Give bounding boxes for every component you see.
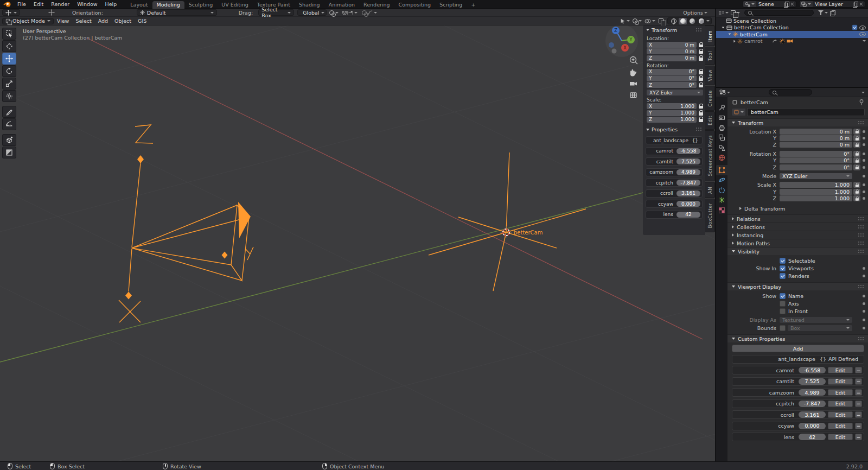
workspace-add-button[interactable]: + bbox=[467, 1, 480, 9]
scale-z-field[interactable]: 1.000 bbox=[780, 195, 852, 201]
collections-panel-header[interactable]: Collections bbox=[727, 223, 868, 231]
panel-grip-icon[interactable] bbox=[858, 242, 864, 245]
workspace-tab-layout[interactable]: Layout bbox=[126, 1, 152, 9]
gizmos-dropdown[interactable] bbox=[633, 18, 642, 23]
zoom-view-button[interactable] bbox=[630, 57, 638, 65]
move-tool[interactable] bbox=[2, 53, 16, 65]
rotation-y-field[interactable]: 0° bbox=[780, 157, 852, 163]
xray-toggle[interactable] bbox=[659, 18, 663, 23]
snap-target-dropdown[interactable] bbox=[347, 10, 358, 15]
pan-view-button[interactable] bbox=[630, 69, 636, 77]
camrot-value-field[interactable]: -6.558 bbox=[676, 148, 700, 154]
camrot-value-field[interactable]: -6.558 bbox=[799, 367, 826, 373]
unlink-scene-icon[interactable] bbox=[790, 2, 794, 6]
panel-grip-icon[interactable] bbox=[858, 285, 864, 289]
lens-value-field[interactable]: 42 bbox=[676, 212, 700, 218]
lock-icon[interactable] bbox=[853, 164, 860, 170]
lock-icon[interactable] bbox=[698, 104, 703, 109]
tab-scene[interactable] bbox=[716, 143, 727, 153]
camera-view-button[interactable] bbox=[630, 82, 637, 86]
outliner-search-input[interactable] bbox=[744, 10, 814, 16]
show-object-types-dropdown[interactable] bbox=[620, 18, 630, 24]
animate-dot[interactable] bbox=[863, 166, 865, 169]
add-property-button[interactable]: Add bbox=[732, 345, 864, 352]
workspace-tab-scripting[interactable]: Scripting bbox=[435, 1, 467, 9]
tab-object[interactable] bbox=[716, 165, 727, 175]
remove-property-button[interactable]: − bbox=[855, 401, 862, 407]
snap-magnet-icon[interactable] bbox=[342, 10, 347, 15]
lock-icon[interactable] bbox=[853, 157, 860, 163]
show-in-renders-checkbox[interactable] bbox=[780, 273, 786, 279]
options-dropdown[interactable]: Options bbox=[683, 10, 707, 16]
workspace-tab-modeling[interactable]: Modeling bbox=[152, 1, 184, 9]
lock-icon[interactable] bbox=[698, 42, 703, 48]
object-id-icon-dropdown[interactable] bbox=[731, 108, 746, 116]
collapse-icon[interactable] bbox=[733, 40, 735, 42]
selectable-checkbox[interactable] bbox=[780, 258, 786, 264]
location-z-field[interactable]: 0 m bbox=[780, 142, 852, 148]
tab-texture[interactable] bbox=[716, 205, 727, 215]
location-x-field[interactable]: X0 m bbox=[647, 42, 697, 48]
lock-icon[interactable] bbox=[853, 189, 860, 195]
tab-view-layer[interactable] bbox=[716, 133, 727, 143]
tab-world[interactable] bbox=[716, 153, 727, 163]
lock-icon[interactable] bbox=[698, 69, 703, 74]
expand-icon[interactable] bbox=[722, 27, 725, 28]
lock-icon[interactable] bbox=[853, 129, 860, 135]
scale-y-field[interactable]: Y1.000 bbox=[647, 110, 697, 116]
location-y-field[interactable]: Y0 m bbox=[647, 48, 697, 54]
ccyaw-value-field[interactable]: 0.000 bbox=[799, 423, 826, 429]
animate-dot[interactable] bbox=[863, 302, 865, 305]
shading-rendered-button[interactable] bbox=[697, 18, 705, 24]
lock-icon[interactable] bbox=[698, 49, 703, 54]
viewport-display-panel-header[interactable]: Viewport Display bbox=[727, 282, 868, 290]
expand-icon[interactable] bbox=[729, 34, 731, 35]
object-name-field[interactable]: betterCam bbox=[747, 108, 865, 116]
viewport-canvas[interactable]: betterCam Z Y X bbox=[0, 26, 715, 461]
animate-dot[interactable] bbox=[863, 183, 865, 186]
animate-dot[interactable] bbox=[863, 267, 865, 270]
select-box-tool[interactable] bbox=[2, 28, 16, 40]
panel-grip-icon[interactable] bbox=[696, 128, 702, 131]
delta-transform-panel[interactable]: Delta Transform bbox=[744, 206, 786, 212]
rotation-mode-dropdown[interactable]: XYZ Euler bbox=[780, 173, 852, 179]
location-x-field[interactable]: 0 m bbox=[780, 129, 852, 135]
location-y-field[interactable]: 0 m bbox=[780, 135, 852, 141]
menu-window[interactable]: Window bbox=[73, 1, 101, 7]
ccroll-value-field[interactable]: 3.161 bbox=[799, 411, 826, 418]
outliner-filter-dropdown[interactable] bbox=[818, 10, 828, 15]
tab-render[interactable] bbox=[716, 113, 727, 123]
n-tab-tool[interactable]: Tool bbox=[705, 47, 715, 65]
shading-solid-button[interactable] bbox=[679, 18, 687, 24]
nav-gizmo[interactable]: Z Y X bbox=[605, 26, 638, 57]
rotation-x-field[interactable]: 0° bbox=[780, 151, 852, 157]
scale-tool[interactable] bbox=[2, 78, 16, 90]
n-tab-boxcutter[interactable]: BoxCutter bbox=[705, 199, 715, 232]
collection-checkbox[interactable] bbox=[852, 25, 857, 30]
lock-icon[interactable] bbox=[698, 117, 703, 122]
view-layer-icon[interactable] bbox=[800, 1, 813, 7]
prop-ant-landscape[interactable]: ant_landscape{} bbox=[646, 136, 703, 144]
tab-output[interactable] bbox=[716, 123, 727, 133]
pin-icon[interactable] bbox=[859, 99, 864, 105]
add-cube-tool[interactable] bbox=[2, 134, 16, 146]
display-as-dropdown[interactable]: Textured bbox=[780, 317, 852, 323]
menu-gis[interactable]: GIS bbox=[135, 18, 150, 24]
camzoom-value-field[interactable]: 4.989 bbox=[799, 389, 826, 396]
menu-view[interactable]: View bbox=[54, 18, 73, 24]
transform-panel-header[interactable]: Transform bbox=[643, 26, 705, 34]
animate-dot[interactable] bbox=[863, 175, 865, 177]
rotation-mode-dropdown[interactable]: XYZ Euler bbox=[647, 90, 703, 96]
lock-icon[interactable] bbox=[698, 75, 703, 81]
camzoom-value-field[interactable]: 4.989 bbox=[676, 169, 700, 175]
edit-button[interactable]: Edit bbox=[828, 434, 853, 440]
scene-name[interactable]: Scene bbox=[758, 1, 782, 7]
menu-edit[interactable]: Edit bbox=[30, 1, 47, 7]
lock-icon[interactable] bbox=[853, 151, 860, 157]
menu-file[interactable]: File bbox=[14, 1, 30, 7]
menu-select[interactable]: Select bbox=[72, 18, 94, 24]
lock-icon[interactable] bbox=[853, 142, 860, 148]
active-tool-button[interactable] bbox=[2, 9, 20, 16]
lock-icon[interactable] bbox=[853, 182, 860, 188]
gizmo-neg-axis-dot2[interactable] bbox=[612, 49, 617, 54]
